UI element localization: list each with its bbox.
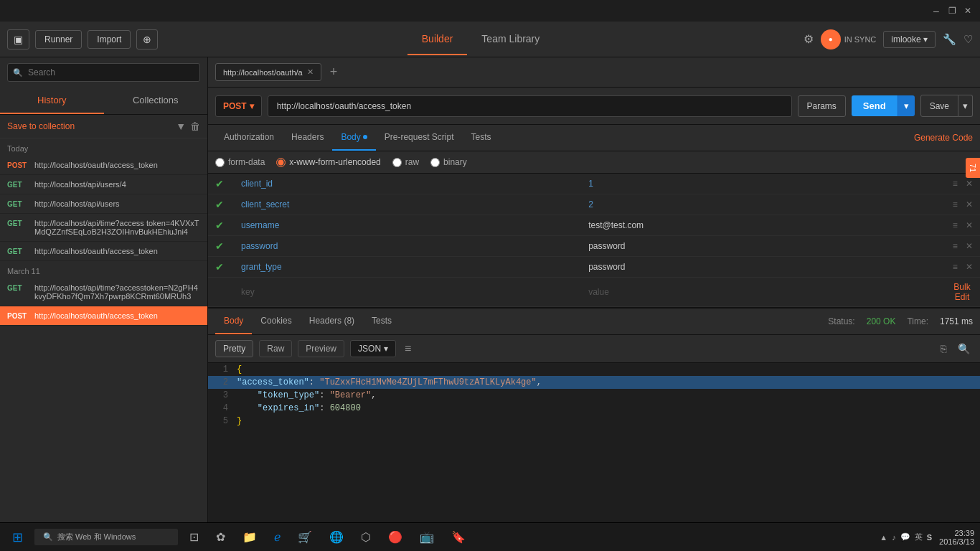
history-item-get-users4[interactable]: GET http://localhost/api/users/4: [0, 175, 207, 194]
add-tab-button[interactable]: +: [326, 63, 342, 81]
method-badge-get: GET: [7, 283, 30, 292]
tab-team-library[interactable]: Team Library: [467, 24, 554, 55]
row-delete-icon-3[interactable]: ✕: [966, 220, 973, 230]
copy-button[interactable]: ⎘: [938, 340, 949, 357]
taskbar-msg-icon[interactable]: 💬: [900, 532, 910, 542]
taskbar-volume-icon[interactable]: ♪: [892, 533, 896, 542]
tab-body[interactable]: Body: [332, 125, 375, 151]
raw-label: raw: [405, 157, 419, 167]
format-icon-button[interactable]: ≡: [402, 339, 414, 358]
maximize-button[interactable]: ❐: [944, 3, 960, 19]
raw-radio[interactable]: [392, 158, 402, 167]
wrench-button[interactable]: 🔧: [943, 33, 956, 46]
taskbar-task-view[interactable]: ⊡: [184, 527, 204, 547]
start-button[interactable]: ⊞: [6, 526, 29, 549]
taskbar-app-2[interactable]: 📁: [237, 527, 263, 547]
tab-close-icon[interactable]: ✕: [307, 67, 314, 77]
minimize-button[interactable]: –: [928, 3, 944, 19]
form-data-option[interactable]: form-data: [215, 157, 265, 167]
format-select[interactable]: JSON ▾: [350, 340, 396, 357]
taskbar-app-5[interactable]: 🌐: [324, 527, 349, 547]
settings-icon[interactable]: ⚙: [804, 32, 814, 46]
history-item-march-post-active[interactable]: POST http://localhost/oauth/access_token: [0, 306, 207, 326]
binary-option[interactable]: binary: [430, 157, 467, 167]
sidebar-toggle[interactable]: ▣: [7, 29, 29, 50]
history-item-get-time[interactable]: GET http://localhost/api/time?access tok…: [0, 214, 207, 242]
taskbar-lang-icon[interactable]: 英: [915, 532, 923, 542]
row-menu-icon-1[interactable]: ≡: [953, 179, 958, 189]
pretty-button[interactable]: Pretty: [215, 340, 253, 357]
taskbar-app-3[interactable]: ℯ: [268, 527, 286, 547]
raw-button[interactable]: Raw: [259, 340, 292, 357]
check-icon-2: ✔: [215, 199, 224, 210]
runner-button[interactable]: Runner: [35, 30, 82, 49]
form-data-radio[interactable]: [215, 158, 225, 167]
sync-icon: ●: [821, 29, 841, 50]
row-menu-icon-4[interactable]: ≡: [953, 241, 958, 251]
item-url: http://localhost/api/time?accesstoken=N2…: [34, 283, 200, 301]
heart-button[interactable]: ♡: [963, 33, 973, 46]
binary-radio[interactable]: [430, 158, 440, 167]
preview-button[interactable]: Preview: [298, 340, 344, 357]
import-button[interactable]: Import: [88, 30, 131, 49]
params-button[interactable]: Params: [798, 95, 846, 117]
row-delete-icon-1[interactable]: ✕: [966, 179, 973, 189]
save-dropdown-button[interactable]: ▾: [958, 95, 973, 117]
history-item-march-get[interactable]: GET http://localhost/api/time?accesstoke…: [0, 278, 207, 306]
search-response-button[interactable]: 🔍: [955, 340, 973, 357]
generate-code-button[interactable]: Generate Code: [914, 133, 973, 143]
close-button[interactable]: ✕: [960, 3, 976, 19]
taskbar-app-8[interactable]: 📺: [414, 527, 440, 547]
taskbar-search[interactable]: 🔍 搜索 Web 和 Windows: [34, 529, 178, 545]
x-www-radio[interactable]: [276, 158, 286, 167]
resp-tab-cookies[interactable]: Cookies: [252, 309, 300, 334]
save-button[interactable]: Save: [920, 95, 958, 117]
row-menu-icon-2[interactable]: ≡: [953, 199, 958, 209]
resp-tab-headers[interactable]: Headers (8): [301, 309, 363, 334]
history-item-get-oauth[interactable]: GET http://localhost/oauth/access_token: [0, 242, 207, 261]
user-menu-button[interactable]: imlooke ▾: [883, 31, 936, 48]
raw-option[interactable]: raw: [392, 157, 419, 167]
bulk-edit-button[interactable]: Bulk Edit: [951, 282, 973, 302]
taskbar-app-4[interactable]: 🛒: [292, 527, 318, 547]
taskbar-expand-icon[interactable]: ▲: [880, 533, 887, 542]
new-window-button[interactable]: ⊕: [136, 29, 158, 50]
tab-authorization[interactable]: Authorization: [215, 125, 283, 151]
history-item-post-oauth[interactable]: POST http://localhost/oauth/access_token: [0, 156, 207, 175]
x-www-option[interactable]: x-www-form-urlencoded: [276, 157, 380, 167]
filter-icon[interactable]: ▼: [176, 121, 186, 132]
send-dropdown-button[interactable]: ▾: [897, 95, 915, 116]
trash-icon[interactable]: 🗑: [190, 121, 200, 132]
row-menu-icon-3[interactable]: ≡: [953, 220, 958, 230]
key-placeholder-cell: key: [234, 278, 581, 307]
history-item-get-users[interactable]: GET http://localhost/api/users: [0, 194, 207, 214]
tab-headers[interactable]: Headers: [283, 125, 332, 151]
resp-tab-tests[interactable]: Tests: [363, 309, 400, 334]
send-button[interactable]: Send: [852, 95, 897, 116]
taskbar-app-7[interactable]: 🔴: [382, 527, 408, 547]
row-delete-icon-4[interactable]: ✕: [966, 241, 973, 251]
tab-builder[interactable]: Builder: [407, 24, 468, 55]
tab-history[interactable]: History: [0, 88, 104, 114]
taskbar-app-6[interactable]: ⬡: [355, 527, 377, 547]
url-tab-pill[interactable]: http://localhost/oauth/a ✕: [215, 63, 321, 81]
row-delete-icon-5[interactable]: ✕: [966, 262, 973, 272]
url-input[interactable]: [268, 95, 792, 117]
save-to-collection-link[interactable]: Save to collection: [7, 121, 75, 131]
taskbar-sogou-icon[interactable]: S: [927, 533, 932, 542]
taskbar-app-1[interactable]: ✿: [210, 527, 231, 547]
tab-collections[interactable]: Collections: [104, 88, 208, 114]
response-tabs-row: Body Cookies Headers (8) Tests Status: 2…: [208, 309, 980, 335]
resp-tab-body[interactable]: Body: [215, 309, 252, 334]
search-input[interactable]: [7, 63, 200, 82]
method-select[interactable]: POST ▾: [215, 95, 262, 117]
taskbar-clock: 23:39 2016/3/13: [939, 529, 974, 546]
key-cell-4: password: [234, 236, 581, 257]
taskbar-app-9[interactable]: 🔖: [446, 527, 471, 547]
tab-pre-request[interactable]: Pre-request Script: [376, 125, 463, 151]
tab-tests[interactable]: Tests: [462, 125, 499, 151]
row-delete-icon-2[interactable]: ✕: [966, 199, 973, 209]
item-url-active: http://localhost/oauth/access_token: [34, 311, 158, 320]
right-notif-badge[interactable]: 71: [966, 158, 980, 178]
row-menu-icon-5[interactable]: ≡: [953, 262, 958, 272]
